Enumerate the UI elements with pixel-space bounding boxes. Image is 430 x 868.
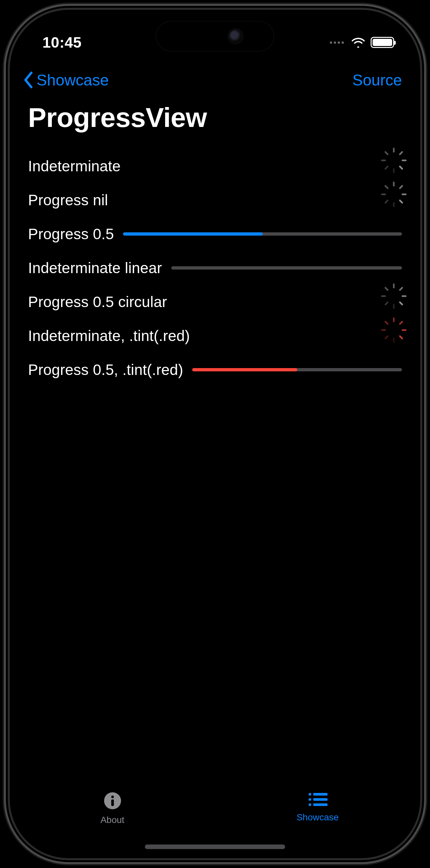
row-label: Progress 0.5, .tint(.red) [28,361,183,378]
progress-fill [192,368,297,371]
list-row: Indeterminate linear [28,251,402,285]
row-value [386,328,402,344]
list-row: Progress nil [28,183,402,217]
back-label: Showcase [36,71,109,89]
row-value [386,294,402,310]
svg-point-4 [309,798,311,801]
row-value [386,158,402,174]
list-row: Indeterminate, .tint(.red) [28,319,402,353]
cellular-icon [330,41,344,44]
svg-point-1 [111,796,114,798]
svg-point-3 [309,793,311,796]
row-value [386,192,402,208]
spinner-icon [386,158,402,174]
status-bar: 10:45 [10,10,420,62]
chevron-left-icon [23,71,34,88]
spinner-icon [386,328,402,344]
svg-rect-6 [313,793,328,796]
content-list: IndeterminateProgress nilProgress 0.5Ind… [10,143,420,786]
progress-bar [192,368,402,371]
status-time: 10:45 [42,34,82,51]
tab-showcase[interactable]: Showcase [215,787,420,823]
list-icon [307,791,328,809]
tab-showcase-label: Showcase [297,812,339,823]
progress-bar [123,232,402,236]
source-button[interactable]: Source [352,71,402,89]
list-row: Indeterminate [28,149,402,183]
row-value [171,266,402,270]
row-label: Progress nil [28,191,108,209]
row-label: Indeterminate linear [28,259,162,277]
list-row: Progress 0.5 [28,217,402,251]
row-label: Indeterminate [28,157,121,175]
nav-bar: Showcase Source [10,62,420,98]
phone-frame: 10:45 [10,10,420,858]
spinner-icon [386,294,402,310]
row-value [123,232,402,236]
tab-about[interactable]: About [10,787,215,825]
tab-about-label: About [100,815,124,825]
list-row: Progress 0.5 circular [28,285,402,319]
info-icon [103,791,122,811]
back-button[interactable]: Showcase [23,71,109,89]
svg-point-5 [309,803,311,806]
spinner-icon [386,192,402,208]
row-label: Indeterminate, .tint(.red) [28,327,190,345]
progress-bar [171,266,402,270]
progress-fill [123,232,262,236]
page-title: ProgressView [28,102,402,133]
row-value [192,368,402,371]
row-label: Progress 0.5 [28,225,114,243]
battery-icon [371,37,394,48]
svg-rect-8 [313,803,328,806]
home-indicator [145,844,285,849]
wifi-icon [351,37,365,48]
source-label: Source [352,71,402,89]
svg-rect-7 [313,798,328,801]
svg-rect-2 [111,800,114,806]
row-label: Progress 0.5 circular [28,293,167,311]
list-row: Progress 0.5, .tint(.red) [28,353,402,387]
